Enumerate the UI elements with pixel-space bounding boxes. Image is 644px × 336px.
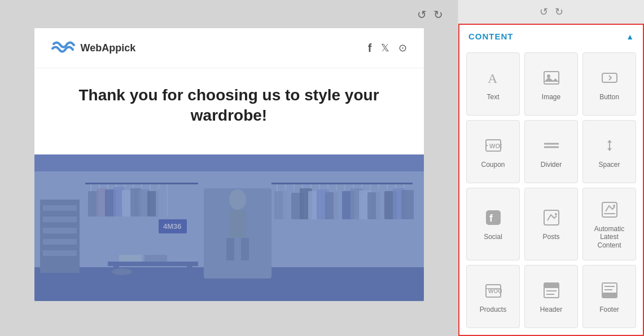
svg-rect-84 bbox=[602, 73, 617, 82]
auto-item-label: Automatic Latest Content bbox=[588, 225, 631, 249]
button-icon bbox=[601, 69, 618, 89]
logo-text: WebAppick bbox=[81, 42, 136, 54]
store-svg: 4M36 bbox=[34, 154, 424, 301]
divider-item-label: Divider bbox=[541, 161, 562, 169]
products-icon: WOO bbox=[485, 282, 502, 301]
content-item-footer[interactable]: Footer bbox=[582, 265, 636, 328]
sidebar-undo-button[interactable]: ↺ bbox=[540, 6, 548, 18]
content-item-spacer[interactable]: Spacer bbox=[582, 120, 636, 183]
header-item-label: Header bbox=[540, 306, 562, 313]
social-item-label: Social bbox=[484, 233, 502, 241]
email-body: Thank you for choosing us to style your … bbox=[34, 68, 424, 154]
content-item-posts[interactable]: Posts bbox=[524, 188, 578, 260]
image-item-label: Image bbox=[542, 93, 560, 101]
sidebar-toolbar: ↺ ↻ bbox=[458, 0, 644, 24]
content-sidebar: ↺ ↻ CONTENT ▲ A Text bbox=[458, 0, 644, 336]
content-item-image[interactable]: Image bbox=[524, 52, 578, 116]
content-item-auto[interactable]: Automatic Latest Content bbox=[582, 188, 636, 260]
products-item-label: Products bbox=[480, 306, 506, 313]
svg-rect-94 bbox=[544, 210, 559, 225]
email-header: WebAppick f 𝕏 ⊙ bbox=[34, 28, 424, 68]
redo-button[interactable]: ↻ bbox=[430, 7, 446, 23]
text-item-label: Text bbox=[487, 93, 499, 101]
collapse-arrow-icon[interactable]: ▲ bbox=[626, 32, 634, 41]
content-item-coupon[interactable]: WOO Coupon bbox=[466, 120, 520, 183]
undo-button[interactable]: ↺ bbox=[414, 7, 430, 23]
email-image: 4M36 bbox=[34, 154, 424, 301]
svg-text:A: A bbox=[488, 71, 498, 86]
spacer-icon bbox=[601, 137, 618, 156]
content-panel: CONTENT ▲ A Text bbox=[458, 24, 644, 336]
button-item-label: Button bbox=[599, 93, 619, 101]
content-item-products[interactable]: WOO Products bbox=[466, 265, 520, 328]
svg-rect-106 bbox=[602, 293, 617, 298]
content-item-button[interactable]: Button bbox=[582, 52, 636, 116]
content-panel-title: CONTENT bbox=[468, 32, 514, 41]
coupon-icon: WOO bbox=[485, 137, 502, 156]
posts-item-label: Posts bbox=[542, 233, 559, 241]
sidebar-redo-button[interactable]: ↻ bbox=[555, 6, 563, 18]
content-item-header[interactable]: Header bbox=[524, 265, 578, 328]
social-icons-row: f 𝕏 ⊙ bbox=[368, 42, 407, 55]
svg-point-97 bbox=[613, 205, 615, 207]
coupon-item-label: Coupon bbox=[481, 161, 505, 169]
text-icon: A bbox=[485, 69, 502, 89]
image-icon bbox=[543, 69, 560, 89]
auto-content-icon bbox=[601, 201, 618, 220]
logo-icon bbox=[51, 39, 76, 56]
content-items-grid: A Text Image bbox=[459, 48, 643, 335]
twitter-icon: 𝕏 bbox=[381, 42, 389, 55]
logo-area: WebAppick bbox=[51, 39, 136, 56]
svg-rect-82 bbox=[544, 72, 559, 84]
svg-rect-102 bbox=[544, 283, 559, 288]
app-container: ↺ ↻ WebAppick f 𝕏 ⊙ bbox=[0, 0, 644, 336]
content-panel-header: CONTENT ▲ bbox=[459, 25, 643, 48]
content-item-social[interactable]: f Social bbox=[466, 188, 520, 260]
social-icon: f bbox=[485, 209, 502, 228]
content-item-divider[interactable]: Divider bbox=[524, 120, 578, 183]
svg-rect-96 bbox=[602, 202, 617, 217]
spacer-item-label: Spacer bbox=[598, 161, 620, 169]
footer-icon bbox=[601, 282, 618, 301]
svg-text:f: f bbox=[489, 213, 493, 224]
content-item-text[interactable]: A Text bbox=[466, 52, 520, 116]
header-icon bbox=[543, 282, 560, 301]
email-preview-section: ↺ ↻ WebAppick f 𝕏 ⊙ bbox=[0, 0, 458, 336]
undo-redo-toolbar: ↺ ↻ bbox=[11, 7, 446, 23]
posts-icon bbox=[543, 209, 560, 228]
svg-rect-80 bbox=[34, 154, 424, 301]
email-card: WebAppick f 𝕏 ⊙ Thank you for choosing u… bbox=[34, 28, 424, 301]
footer-item-label: Footer bbox=[599, 306, 619, 313]
svg-point-95 bbox=[555, 213, 557, 215]
divider-icon bbox=[543, 137, 560, 156]
facebook-icon: f bbox=[368, 42, 372, 55]
instagram-icon: ⊙ bbox=[398, 42, 407, 55]
email-headline: Thank you for choosing us to style your … bbox=[51, 85, 407, 126]
svg-rect-92 bbox=[486, 210, 501, 225]
